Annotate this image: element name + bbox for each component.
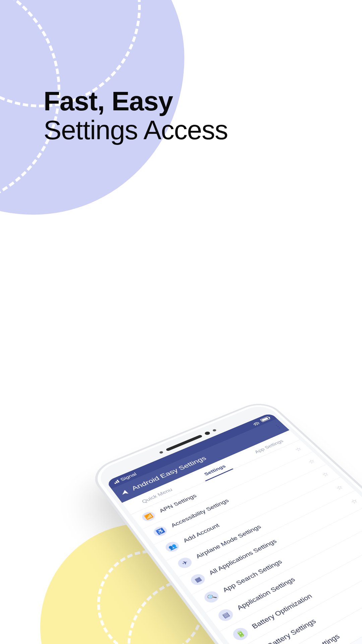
star-icon[interactable]: ☆ — [320, 471, 330, 478]
camera-icon — [204, 431, 211, 436]
setting-icon: ✈ — [176, 556, 194, 570]
signal-bars-icon — [113, 480, 120, 484]
overflow-menu-icon[interactable] — [276, 425, 280, 429]
setting-icon: 🔍 — [202, 589, 221, 605]
nav-icon[interactable] — [122, 489, 129, 494]
sensor-icon — [212, 429, 217, 432]
sensor-icon — [159, 451, 164, 454]
setting-icon: 🔋 — [230, 626, 250, 642]
setting-icon: 👥 — [163, 540, 181, 554]
phone-mockup: Signal Android Easy Settings Quick Menu — [181, 329, 362, 644]
setting-icon: ♿ — [152, 525, 169, 538]
star-icon[interactable]: ☆ — [307, 458, 317, 465]
setting-icon: ▤ — [216, 607, 236, 623]
star-icon[interactable]: ☆ — [349, 497, 360, 505]
headline-bold: Fast, Easy — [44, 87, 228, 115]
setting-icon: ▦ — [188, 572, 207, 587]
battery-icon — [260, 416, 270, 422]
setting-icon: 📶 — [140, 510, 158, 523]
star-icon[interactable]: ☆ — [334, 484, 345, 491]
headline: Fast, Easy Settings Access — [44, 87, 228, 145]
star-icon[interactable]: ☆ — [294, 446, 304, 452]
headline-light: Settings Access — [44, 115, 228, 145]
wifi-icon — [252, 421, 260, 426]
